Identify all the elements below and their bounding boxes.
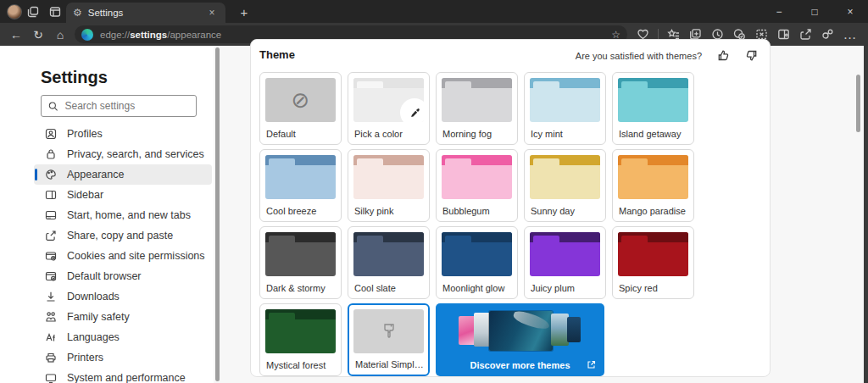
sidebar-item-label: Appearance xyxy=(67,169,124,180)
theme-name: Spicy red xyxy=(619,283,689,293)
sidebar-item-profiles[interactable]: Profiles xyxy=(34,124,212,144)
theme-name: Cool slate xyxy=(354,283,425,293)
sidebar-item-printers[interactable]: Printers xyxy=(34,347,212,368)
paint-brush-icon xyxy=(353,309,424,353)
system-icon xyxy=(44,372,57,383)
theme-preview xyxy=(618,155,688,199)
theme-card-pick-a-color[interactable]: Pick a color xyxy=(348,72,430,145)
sidebar-item-default-browser[interactable]: Default browser xyxy=(34,266,212,286)
theme-card-sunny-day[interactable]: Sunny day xyxy=(524,149,606,222)
sidebar-item-cookies-permissions[interactable]: Cookies and site permissions xyxy=(34,246,212,266)
sidebar-item-sidebar[interactable]: Sidebar xyxy=(34,185,212,205)
sidebar-item-label: Default browser xyxy=(67,270,142,282)
maximize-button[interactable]: □ xyxy=(797,0,832,23)
theme-card-icy-mint[interactable]: Icy mint xyxy=(524,72,606,145)
start-page-icon xyxy=(44,209,57,222)
sidebar-item-label: Privacy, search, and services xyxy=(67,148,204,160)
theme-preview xyxy=(353,309,424,353)
sidebar-item-label: Printers xyxy=(67,352,103,364)
theme-preview xyxy=(442,78,512,122)
sidebar-item-system-performance[interactable]: System and performance xyxy=(34,368,212,383)
more-menu-icon[interactable]: … xyxy=(843,27,857,42)
thumbs-up-icon[interactable] xyxy=(717,49,730,62)
theme-preview xyxy=(618,232,688,276)
sidebar-item-downloads[interactable]: Downloads xyxy=(34,286,212,307)
search-settings-input[interactable] xyxy=(64,100,189,112)
back-button[interactable]: ← xyxy=(5,25,27,44)
theme-name: Icy mint xyxy=(531,129,601,139)
theme-thumbnail xyxy=(474,313,491,347)
sidebar-item-privacy[interactable]: Privacy, search, and services xyxy=(34,144,212,164)
theme-card-default[interactable]: ⊘ Default xyxy=(259,72,342,145)
privacy-lock-icon xyxy=(44,148,57,161)
downloads-icon xyxy=(44,291,57,303)
theme-card-morning-fog[interactable]: Morning fog xyxy=(436,72,518,145)
sidebar-item-family-safety[interactable]: Family safety xyxy=(34,307,212,327)
printer-icon xyxy=(44,352,57,364)
home-button[interactable]: ⌂ xyxy=(49,25,71,44)
cookies-icon xyxy=(44,250,57,263)
sidebar-item-appearance[interactable]: Appearance xyxy=(34,164,212,185)
theme-grid: ⊘ Default Pick a color xyxy=(259,72,770,376)
split-screen-icon[interactable] xyxy=(776,27,791,42)
theme-thumbnail xyxy=(567,317,581,342)
discover-more-themes-banner[interactable]: Discover more themes xyxy=(436,303,604,376)
theme-card-silky-pink[interactable]: Silky pink xyxy=(348,149,430,222)
minimize-button[interactable]: − xyxy=(761,0,797,23)
new-tab-button[interactable]: + xyxy=(234,3,254,20)
linked-profiles-icon[interactable] xyxy=(821,27,835,42)
sidebar-item-languages[interactable]: Languages xyxy=(34,327,212,347)
theme-preview xyxy=(442,155,512,199)
sidebar-title: Settings xyxy=(41,68,214,87)
search-settings-box[interactable] xyxy=(41,95,197,117)
theme-card-island-getaway[interactable]: Island getaway xyxy=(612,72,694,145)
theme-feedback: Are you satisfied with themes? xyxy=(576,49,758,62)
languages-icon xyxy=(44,331,57,344)
theme-name: Material Simple Da... xyxy=(355,359,424,369)
theme-name: Moonlight glow xyxy=(442,283,513,293)
theme-card-mango-paradise[interactable]: Mango paradise xyxy=(612,149,694,222)
theme-card-bubblegum[interactable]: Bubblegum xyxy=(436,149,518,222)
sidebar-item-start-home-tabs[interactable]: Start, home, and new tabs xyxy=(34,205,212,225)
tab-settings[interactable]: ⚙ Settings × xyxy=(66,3,225,23)
theme-name: Island getaway xyxy=(619,129,689,139)
workspaces-icon[interactable] xyxy=(22,3,44,21)
thumbs-down-icon[interactable] xyxy=(745,49,758,62)
profiles-icon xyxy=(44,128,57,141)
theme-name: Mango paradise xyxy=(619,206,689,216)
theme-card-mystical-forest[interactable]: Mystical forest xyxy=(259,303,342,376)
close-button[interactable]: × xyxy=(832,0,868,23)
theme-section-card: Theme Are you satisfied with themes? ⊘ D… xyxy=(250,39,771,377)
theme-name: Pick a color xyxy=(354,129,425,139)
theme-name: Bubblegum xyxy=(442,206,513,216)
tab-favicon-gear-icon: ⚙ xyxy=(73,7,82,19)
theme-card-juicy-plum[interactable]: Juicy plum xyxy=(524,226,606,299)
sidebar-scrollbar[interactable] xyxy=(215,47,220,381)
theme-preview xyxy=(265,309,336,353)
share-icon[interactable] xyxy=(798,27,813,42)
window-controls: − □ × xyxy=(761,0,868,23)
theme-preview xyxy=(353,155,424,199)
tab-close-icon[interactable]: × xyxy=(205,7,219,19)
sidebar-item-label: Languages xyxy=(67,331,120,343)
content-scrollbar[interactable] xyxy=(856,75,860,132)
theme-card-cool-slate[interactable]: Cool slate xyxy=(348,226,430,299)
theme-name: Silky pink xyxy=(354,206,425,216)
theme-card-cool-breeze[interactable]: Cool breeze xyxy=(259,149,342,222)
sidebar-layout-icon xyxy=(44,189,57,202)
external-link-icon xyxy=(587,360,596,369)
refresh-button[interactable]: ↻ xyxy=(27,25,49,44)
theme-name: Dark & stormy xyxy=(266,283,337,293)
sidebar-item-label: Profiles xyxy=(67,128,103,140)
sidebar-item-label: Share, copy and paste xyxy=(67,230,173,241)
tab-actions-icon[interactable] xyxy=(44,3,66,21)
sidebar-item-label: Downloads xyxy=(67,291,120,303)
sidebar-item-share-copy-paste[interactable]: Share, copy and paste xyxy=(34,225,212,246)
theme-card-material-simple[interactable]: Material Simple Da... xyxy=(348,303,430,376)
profile-avatar[interactable] xyxy=(7,4,22,19)
sidebar-item-label: Cookies and site permissions xyxy=(67,250,205,262)
theme-card-dark-and-stormy[interactable]: Dark & stormy xyxy=(259,226,342,299)
theme-preview xyxy=(265,232,336,276)
theme-card-spicy-red[interactable]: Spicy red xyxy=(612,226,694,299)
theme-card-moonlight-glow[interactable]: Moonlight glow xyxy=(436,226,518,299)
